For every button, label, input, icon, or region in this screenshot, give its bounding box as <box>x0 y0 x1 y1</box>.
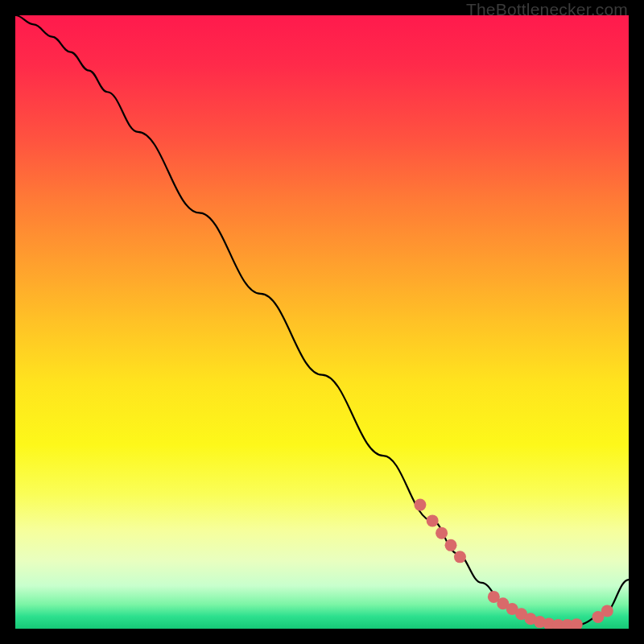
data-marker <box>414 499 426 511</box>
data-marker <box>454 551 466 563</box>
data-marker <box>427 514 439 526</box>
chart-svg <box>15 15 629 629</box>
data-marker <box>601 605 613 617</box>
data-marker <box>436 527 448 539</box>
bottleneck-curve <box>15 15 629 625</box>
data-marker <box>445 539 457 551</box>
data-marker <box>571 618 583 629</box>
marker-group <box>414 499 613 629</box>
